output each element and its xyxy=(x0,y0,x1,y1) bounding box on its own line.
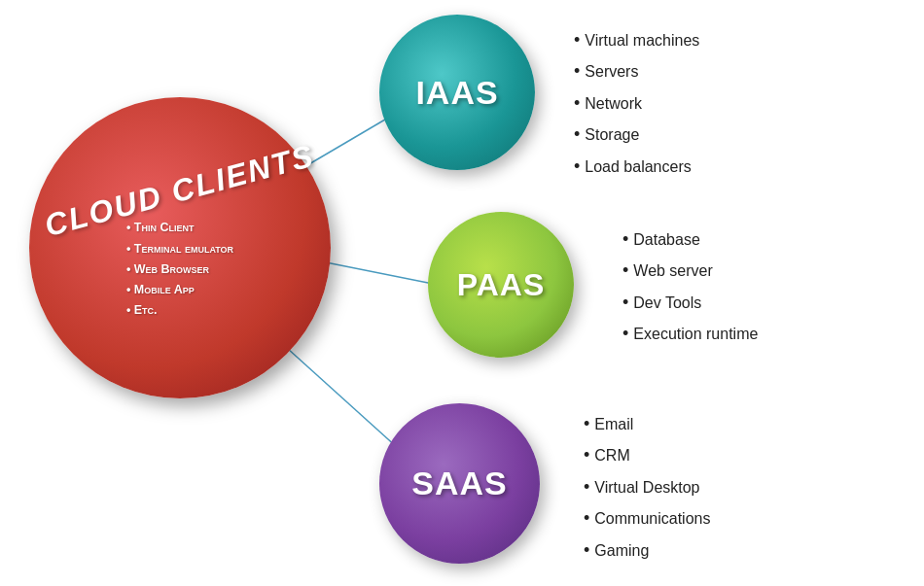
saas-feature-item: Virtual Desktop xyxy=(584,471,710,502)
list-item: Etc. xyxy=(126,300,233,321)
iaas-circle: IAAS xyxy=(379,15,535,170)
paas-feature-item: Web server xyxy=(622,255,758,286)
saas-feature-item: Gaming xyxy=(584,534,710,566)
paas-feature-item: Dev Tools xyxy=(622,287,758,318)
list-item: Web Browser xyxy=(126,259,233,280)
iaas-feature-item: Virtual machines xyxy=(574,24,699,55)
list-item: Mobile App xyxy=(126,280,233,300)
paas-feature-item: Database xyxy=(622,224,758,255)
iaas-feature-list: Virtual machines Servers Network Storage… xyxy=(574,24,699,182)
iaas-feature-item: Storage xyxy=(574,119,699,150)
paas-feature-list: Database Web server Dev Tools Execution … xyxy=(622,224,758,350)
paas-feature-item: Execution runtime xyxy=(622,318,758,349)
list-item: Terminal emulator xyxy=(126,239,233,259)
iaas-label: IAAS xyxy=(415,74,498,112)
saas-label: SAAS xyxy=(411,465,507,502)
saas-feature-list: Email CRM Virtual Desktop Communications… xyxy=(584,408,710,566)
paas-circle: PAAS xyxy=(428,212,574,358)
saas-feature-item: CRM xyxy=(584,439,710,470)
list-item: Thin Client xyxy=(126,218,233,238)
saas-feature-item: Email xyxy=(584,408,710,439)
iaas-feature-item: Load balancers xyxy=(574,151,699,182)
diagram-container: Cloud Clients Thin Client Terminal emula… xyxy=(0,0,924,586)
cloud-clients-circle: Cloud Clients Thin Client Terminal emula… xyxy=(29,97,331,398)
saas-circle: SAAS xyxy=(379,403,540,564)
iaas-feature-item: Servers xyxy=(574,55,699,86)
cloud-clients-list: Thin Client Terminal emulator Web Browse… xyxy=(117,218,243,321)
paas-label: PAAS xyxy=(457,267,546,303)
saas-feature-item: Communications xyxy=(584,502,710,534)
iaas-feature-item: Network xyxy=(574,87,699,119)
